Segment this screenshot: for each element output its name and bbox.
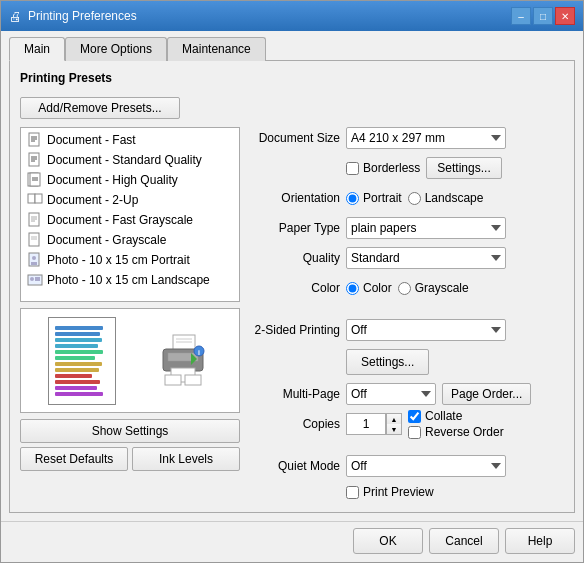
- preset-item-3[interactable]: Document - High Quality: [23, 170, 237, 190]
- borderless-settings-button[interactable]: Settings...: [426, 157, 501, 179]
- print-preview-checkbox[interactable]: [346, 486, 359, 499]
- grayscale-radio-label[interactable]: Grayscale: [398, 281, 469, 295]
- preset-item-2[interactable]: Document - Standard Quality: [23, 150, 237, 170]
- multi-page-select[interactable]: Off 2-Up 4-Up: [346, 383, 436, 405]
- copies-checkboxes: Collate Reverse Order: [408, 409, 504, 439]
- preset-label-1: Document - Fast: [47, 133, 136, 147]
- preset-label-6: Document - Grayscale: [47, 233, 166, 247]
- two-sided-controls: Off On (Long Edge) On (Short Edge): [346, 319, 564, 341]
- copies-increment-button[interactable]: ▲: [387, 414, 401, 424]
- paper-type-label: Paper Type: [250, 221, 340, 235]
- page-order-button[interactable]: Page Order...: [442, 383, 531, 405]
- photo-landscape-icon: [27, 272, 43, 288]
- copies-row: Copies ▲ ▼: [250, 413, 564, 435]
- quality-label: Quality: [250, 251, 340, 265]
- main-layout: Document - Fast Document - Standard Qual…: [20, 127, 564, 502]
- preset-item-5[interactable]: Document - Fast Grayscale: [23, 210, 237, 230]
- bottom-buttons: Show Settings Reset Defaults Ink Levels: [20, 419, 240, 471]
- cancel-button[interactable]: Cancel: [429, 528, 499, 554]
- preset-label-5: Document - Fast Grayscale: [47, 213, 193, 227]
- show-settings-button[interactable]: Show Settings: [20, 419, 240, 443]
- tab-more-options[interactable]: More Options: [65, 37, 167, 61]
- svg-rect-35: [185, 375, 201, 385]
- preset-label-8: Photo - 10 x 15 cm Landscape: [47, 273, 210, 287]
- print-preview-area: i: [20, 308, 240, 413]
- borderless-checkbox[interactable]: [346, 162, 359, 175]
- borderless-checkbox-label[interactable]: Borderless: [346, 161, 420, 175]
- color-radio[interactable]: [346, 282, 359, 295]
- preset-label-7: Photo - 10 x 15 cm Portrait: [47, 253, 190, 267]
- preset-item-7[interactable]: Photo - 10 x 15 cm Portrait: [23, 250, 237, 270]
- portrait-label: Portrait: [363, 191, 402, 205]
- borderless-label: Borderless: [363, 161, 420, 175]
- maximize-button[interactable]: □: [533, 7, 553, 25]
- copies-label: Copies: [250, 417, 340, 431]
- paper-thumbnail: [48, 317, 116, 405]
- paper-type-select[interactable]: plain papers Photo Paper Matte: [346, 217, 506, 239]
- paper-type-controls: plain papers Photo Paper Matte: [346, 217, 564, 239]
- add-remove-presets-button[interactable]: Add/Remove Presets...: [20, 97, 180, 119]
- paper-type-row: Paper Type plain papers Photo Paper Matt…: [250, 217, 564, 239]
- two-sided-settings-button[interactable]: Settings...: [346, 349, 429, 375]
- reset-defaults-button[interactable]: Reset Defaults: [20, 447, 128, 471]
- reverse-order-label: Reverse Order: [425, 425, 504, 439]
- ok-button[interactable]: OK: [353, 528, 423, 554]
- color-radio-label[interactable]: Color: [346, 281, 392, 295]
- color-option-label: Color: [363, 281, 392, 295]
- reset-ink-row: Reset Defaults Ink Levels: [20, 447, 240, 471]
- print-preview-row: Print Preview: [346, 485, 564, 499]
- doc-high-icon: [27, 172, 43, 188]
- two-sided-label: 2-Sided Printing: [250, 323, 340, 337]
- copies-input[interactable]: [346, 413, 386, 435]
- reverse-order-checkbox[interactable]: [408, 426, 421, 439]
- tab-maintenance[interactable]: Maintenance: [167, 37, 266, 61]
- svg-text:i: i: [198, 349, 200, 356]
- preset-item-6[interactable]: Document - Grayscale: [23, 230, 237, 250]
- collate-checkbox[interactable]: [408, 410, 421, 423]
- document-size-select[interactable]: A4 210 x 297 mm Letter A3: [346, 127, 506, 149]
- copies-spinbox: ▲ ▼: [346, 413, 402, 435]
- collate-checkbox-label[interactable]: Collate: [408, 409, 504, 423]
- grayscale-option-label: Grayscale: [415, 281, 469, 295]
- right-panel: Document Size A4 210 x 297 mm Letter A3: [250, 127, 564, 502]
- doc-2up-icon: [27, 192, 43, 208]
- tab-main[interactable]: Main: [9, 37, 65, 61]
- preset-label-4: Document - 2-Up: [47, 193, 138, 207]
- landscape-radio[interactable]: [408, 192, 421, 205]
- two-sided-select[interactable]: Off On (Long Edge) On (Short Edge): [346, 319, 506, 341]
- doc-fast-gray-icon: [27, 212, 43, 228]
- color-label: Color: [250, 281, 340, 295]
- portrait-radio[interactable]: [346, 192, 359, 205]
- preset-item-1[interactable]: Document - Fast: [23, 130, 237, 150]
- portrait-radio-label[interactable]: Portrait: [346, 191, 402, 205]
- dialog-content: Main More Options Maintenance Printing P…: [1, 31, 583, 521]
- preset-item-8[interactable]: Photo - 10 x 15 cm Landscape: [23, 270, 237, 290]
- close-button[interactable]: ✕: [555, 7, 575, 25]
- svg-rect-12: [28, 194, 35, 203]
- landscape-radio-label[interactable]: Landscape: [408, 191, 484, 205]
- quality-select[interactable]: Standard High Draft: [346, 247, 506, 269]
- color-row: Color Color Grayscale: [250, 277, 564, 299]
- document-size-label: Document Size: [250, 131, 340, 145]
- svg-point-25: [30, 277, 34, 281]
- paper-lines: [55, 326, 109, 396]
- quality-row: Quality Standard High Draft: [250, 247, 564, 269]
- quiet-mode-select[interactable]: Off On: [346, 455, 506, 477]
- preset-item-4[interactable]: Document - 2-Up: [23, 190, 237, 210]
- help-button[interactable]: Help: [505, 528, 575, 554]
- document-size-row: Document Size A4 210 x 297 mm Letter A3: [250, 127, 564, 149]
- multi-page-row: Multi-Page Off 2-Up 4-Up Page Order...: [250, 383, 564, 405]
- minimize-button[interactable]: –: [511, 7, 531, 25]
- preset-list[interactable]: Document - Fast Document - Standard Qual…: [20, 127, 240, 302]
- print-preview-checkbox-label[interactable]: Print Preview: [346, 485, 564, 499]
- title-controls: – □ ✕: [511, 7, 575, 25]
- copies-decrement-button[interactable]: ▼: [387, 424, 401, 434]
- svg-point-22: [32, 256, 36, 260]
- title-bar-left: 🖨 Printing Preferences: [9, 9, 137, 24]
- ink-levels-button[interactable]: Ink Levels: [132, 447, 240, 471]
- preset-label-3: Document - High Quality: [47, 173, 178, 187]
- quiet-mode-controls: Off On: [346, 455, 564, 477]
- reverse-order-checkbox-label[interactable]: Reverse Order: [408, 425, 504, 439]
- grayscale-radio[interactable]: [398, 282, 411, 295]
- two-sided-row: 2-Sided Printing Off On (Long Edge) On (…: [250, 319, 564, 341]
